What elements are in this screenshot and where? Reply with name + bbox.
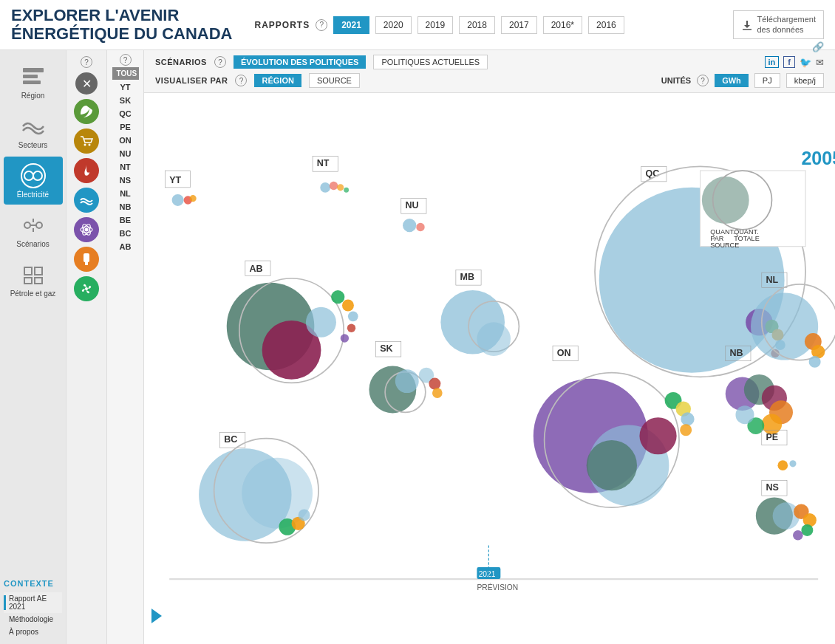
sidebar-label-region: Région: [21, 92, 45, 100]
scenarios-label: SCÉNARIOS: [155, 58, 207, 66]
contexte-rapport-label: Rapport AE 2021: [9, 595, 62, 611]
region-filter-help[interactable]: ?: [120, 54, 132, 66]
filter-region-ab[interactable]: AB: [120, 241, 132, 253]
waves-icon: [20, 113, 47, 140]
on-dot4: [680, 424, 692, 436]
filter-icon-renewable[interactable]: [74, 99, 99, 124]
region-filter-list: ? TOUS YT SK QC PE ON NU NT NS NL NB BE …: [107, 50, 144, 644]
unit-btn-pj[interactable]: PJ: [754, 73, 780, 88]
unit-btn-kbep[interactable]: kbep/j: [786, 73, 824, 88]
filter-region-ns[interactable]: NS: [120, 174, 131, 186]
svg-point-16: [84, 144, 86, 146]
region-label-mb: MB: [460, 272, 475, 282]
scenario-btn-evolution[interactable]: ÉVOLUTION DES POLITIQUES: [234, 55, 367, 69]
email-icon[interactable]: ✉: [816, 57, 824, 68]
facebook-icon[interactable]: f: [783, 56, 795, 68]
year-btn-2020[interactable]: 2020: [375, 16, 412, 34]
units-help-icon[interactable]: ?: [697, 75, 709, 86]
year-btn-2019[interactable]: 2019: [418, 16, 454, 34]
ab-dot1: [331, 290, 344, 304]
region-label-bc: BC: [224, 434, 237, 445]
year-btn-2021[interactable]: 2021: [333, 16, 369, 34]
region-label-nt: NT: [317, 158, 330, 168]
nu-circle2: [416, 223, 424, 231]
svg-rect-13: [35, 267, 42, 275]
filter-region-on[interactable]: ON: [119, 134, 132, 146]
sidebar-item-petrole[interactable]: Pétrole et gaz: [4, 256, 63, 304]
svg-rect-22: [84, 253, 89, 262]
ab-dot4: [347, 324, 355, 332]
filter-close-button[interactable]: ✕: [75, 72, 98, 95]
sk-blue-circle: [395, 369, 419, 393]
visualiser-row: VISUALISER PAR ? RÉGION SOURCE UNITÉS ? …: [155, 73, 824, 88]
filter-region-nb[interactable]: NB: [120, 201, 132, 213]
filter-icon-hydro[interactable]: [74, 188, 99, 213]
social-links: in f 🐦 ✉ 🔗: [765, 56, 824, 68]
prevision-label: PRÉVISION: [477, 583, 518, 592]
filter-region-qc[interactable]: QC: [119, 108, 132, 120]
sidebar-item-scenarios[interactable]: Scénarios: [4, 206, 63, 254]
units-section: UNITÉS ? GWh PJ kbep/j: [661, 73, 824, 88]
filter-icon-nuclear[interactable]: [74, 217, 99, 242]
unit-btn-gwh[interactable]: GWh: [715, 74, 749, 87]
contexte-item-rapport[interactable]: Rapport AE 2021: [4, 592, 62, 613]
filter-region-sk[interactable]: SK: [120, 95, 131, 106]
filter-region-bc[interactable]: BC: [120, 227, 132, 239]
contexte-item-apropos[interactable]: À propos: [4, 626, 62, 638]
nt-circle1: [320, 182, 330, 193]
download-button[interactable]: Téléchargementdes données: [733, 10, 825, 38]
nl-dot3: [809, 356, 821, 368]
region-label-sk: SK: [380, 343, 392, 354]
yt-circle-small1: [172, 194, 184, 206]
view-btn-source[interactable]: SOURCE: [309, 73, 360, 88]
on-dark-circle: [587, 440, 637, 490]
legend-circle-source: [702, 177, 749, 224]
fan-icon: [79, 281, 94, 296]
year-btn-2016[interactable]: 2016: [588, 16, 624, 34]
filter-region-nl[interactable]: NL: [120, 188, 131, 199]
year-btn-2017[interactable]: 2017: [501, 16, 537, 34]
filter-icon-wind[interactable]: [74, 276, 99, 301]
sidebar-item-electricite[interactable]: Électricité: [4, 157, 63, 205]
nl-large-circle: [751, 292, 818, 360]
view-btn-region[interactable]: RÉGION: [254, 74, 301, 87]
twitter-icon[interactable]: 🐦: [800, 57, 811, 68]
sidebar-label-petrole: Pétrole et gaz: [10, 290, 56, 298]
filter-region-nt[interactable]: NT: [120, 161, 131, 173]
scenario-btn-actuelles[interactable]: POLITIQUES ACTUELLES: [373, 55, 488, 69]
year-display: 2005: [801, 148, 835, 168]
bc-dot3: [299, 509, 310, 521]
year-btn-2018[interactable]: 2018: [459, 16, 495, 34]
svg-rect-23: [85, 262, 88, 265]
sidebar-item-secteurs[interactable]: Secteurs: [4, 107, 63, 155]
reports-section: RAPPORTS ? 2021 2020 2019 2018 2017 2016…: [254, 16, 624, 34]
timeline-year-label: 2021: [479, 570, 496, 578]
nb-circle7: [735, 405, 754, 424]
visualiser-help-icon[interactable]: ?: [235, 75, 247, 86]
filter-all-btn[interactable]: TOUS: [112, 67, 139, 80]
sidebar-item-region[interactable]: Région: [4, 58, 63, 106]
filter-region-nu[interactable]: NU: [120, 148, 132, 160]
filter-help-icon[interactable]: ?: [81, 56, 92, 68]
download-label: Téléchargementdes données: [757, 15, 817, 34]
scenarios-help-icon[interactable]: ?: [214, 56, 226, 68]
contexte-active-bar: [4, 595, 6, 610]
filter-icon-biomass[interactable]: [74, 129, 99, 154]
reports-help-icon[interactable]: ?: [316, 19, 327, 31]
link-icon[interactable]: 🔗: [812, 41, 824, 52]
contexte-methodologie-label: Méthodologie: [9, 615, 53, 623]
filter-icon-gas[interactable]: [74, 247, 99, 272]
filter-icon-thermal[interactable]: [74, 158, 99, 183]
play-button[interactable]: [151, 609, 162, 623]
sk-dot3: [432, 388, 443, 398]
contexte-title: CONTEXTE: [4, 579, 62, 588]
filter-region-yt[interactable]: YT: [120, 81, 130, 93]
reports-label: RAPPORTS: [254, 20, 310, 30]
contexte-item-methodologie[interactable]: Méthodologie: [4, 613, 62, 626]
filter-region-pe[interactable]: PE: [120, 121, 131, 133]
filter-region-be[interactable]: BE: [120, 214, 131, 226]
year-btn-2016star[interactable]: 2016*: [543, 16, 582, 34]
svg-point-7: [24, 222, 30, 228]
nt-circle3: [337, 184, 344, 191]
linkedin-icon[interactable]: in: [765, 56, 780, 68]
